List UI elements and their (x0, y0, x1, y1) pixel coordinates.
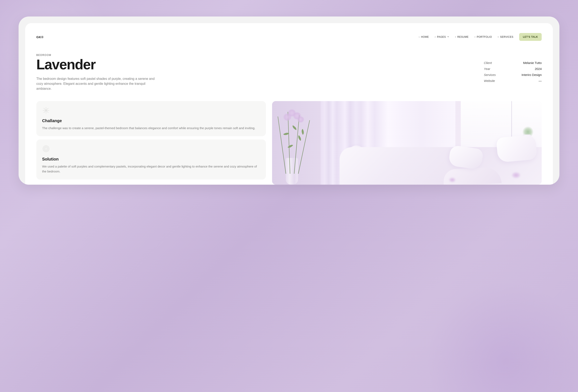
lets-talk-button[interactable]: LET'S TALK (519, 33, 542, 41)
meta-value: 2024 (535, 67, 542, 71)
nav-label: RESUME (457, 36, 469, 38)
nav-pages[interactable]: 2 PAGES (435, 36, 449, 38)
page-description: The bedroom design features soft pastel … (36, 76, 160, 91)
solution-card: Solution We used a palette of soft purpl… (36, 139, 266, 179)
nav-label: PAGES (437, 36, 446, 38)
project-meta: Client Melanie Tutto Year 2024 Services … (484, 61, 542, 85)
chevron-down-icon (447, 36, 449, 38)
nav-services[interactable]: 5 SERVICES (498, 36, 513, 38)
card-title: Solution (42, 157, 260, 162)
meta-value: Melanie Tutto (523, 61, 542, 65)
nav-label: PORTFOLIO (477, 36, 492, 38)
nav-number: 5 (498, 36, 499, 38)
circles-icon (42, 145, 260, 154)
meta-row-year: Year 2024 (484, 67, 542, 71)
logo[interactable]: GK® (36, 35, 44, 39)
nav-label: HOME (421, 36, 429, 38)
meta-value: — (538, 79, 542, 83)
challenge-card: Challange The challenge was to create a … (36, 101, 266, 136)
meta-row-services: Services Interiro Design (484, 73, 542, 77)
nav-resume[interactable]: 3 RESUME (455, 36, 469, 38)
meta-label: Website (484, 79, 495, 83)
project-image (272, 101, 542, 185)
hero-left: BEDROOM Lavender The bedroom design feat… (36, 54, 160, 91)
nav-number: 4 (474, 36, 476, 38)
asterisk-icon (42, 106, 260, 115)
meta-row-client: Client Melanie Tutto (484, 61, 542, 65)
page-title: Lavender (36, 57, 160, 71)
nav-label: SERVICES (500, 36, 513, 38)
meta-row-website: Website — (484, 79, 542, 83)
card-body: We used a palette of soft purples and co… (42, 164, 260, 174)
meta-label: Services (484, 73, 496, 77)
card-title: Challange (42, 118, 260, 123)
nav-home[interactable]: 1 HOME (419, 36, 429, 38)
meta-label: Year (484, 67, 490, 71)
hero-section: BEDROOM Lavender The bedroom design feat… (36, 54, 542, 91)
svg-point-5 (44, 147, 48, 151)
svg-point-6 (45, 148, 47, 150)
inner-card: GK® 1 HOME 2 PAGES 3 RESUME (25, 23, 553, 185)
cards-column: Challange The challenge was to create a … (36, 101, 266, 179)
nav-number: 3 (455, 36, 456, 38)
content-row: Challange The challenge was to create a … (36, 101, 542, 185)
category-label: BEDROOM (36, 54, 160, 56)
meta-label: Client (484, 61, 492, 65)
top-navigation: GK® 1 HOME 2 PAGES 3 RESUME (36, 33, 542, 41)
nav-portfolio[interactable]: 4 PORTFOLIO (474, 36, 492, 38)
outer-card: GK® 1 HOME 2 PAGES 3 RESUME (19, 16, 559, 185)
meta-value: Interiro Design (522, 73, 542, 77)
card-body: The challenge was to create a serene, pa… (42, 126, 260, 131)
nav-links: 1 HOME 2 PAGES 3 RESUME 4 PORTFOLIO (419, 33, 542, 41)
nav-number: 1 (419, 36, 420, 38)
nav-number: 2 (435, 36, 436, 38)
